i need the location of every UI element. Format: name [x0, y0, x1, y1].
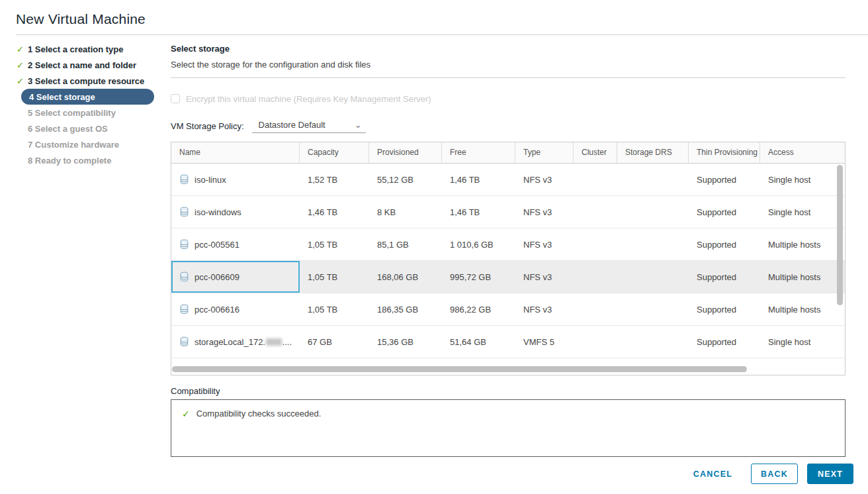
chevron-down-icon: ⌄ [355, 123, 362, 128]
step-check-icon: ✓ [17, 60, 24, 70]
datastore-name-suffix: .... [282, 337, 292, 347]
column-header-thin-provisioning[interactable]: Thin Provisioning [689, 142, 760, 163]
sidebar-step-2[interactable]: ✓2 Select a name and folder [0, 57, 171, 73]
cell-cluster [574, 228, 617, 260]
datastore-row[interactable]: iso-linux1,52 TB55,12 GB1,46 TBNFS v3Sup… [171, 164, 845, 196]
cell-thin-provisioning: Supported [689, 196, 760, 228]
cell-free: 1,46 TB [442, 164, 515, 195]
step-label: 4 Select storage [29, 92, 95, 102]
cell-name[interactable]: pcc-006609 [171, 261, 300, 293]
compatibility-message: Compatibility checks succeeded. [196, 409, 322, 419]
cell-capacity: 1,46 TB [300, 196, 369, 228]
datastore-row[interactable]: pcc-0055611,05 TB85,1 GB1 010,6 GBNFS v3… [171, 228, 845, 261]
datastore-name: iso-linux [195, 175, 226, 185]
cell-cluster [574, 326, 617, 358]
cell-cluster [574, 261, 617, 293]
cell-provisioned: 55,12 GB [369, 164, 442, 195]
cell-thin-provisioning: Supported [689, 326, 760, 358]
cell-cluster [574, 164, 617, 195]
step-heading: Select storage [171, 44, 846, 54]
horizontal-scrollbar[interactable] [172, 366, 836, 373]
cell-provisioned: 8 KB [369, 196, 442, 228]
sidebar-step-8: 8 Ready to complete [0, 152, 171, 168]
page-title: New Virtual Machine [16, 11, 146, 27]
new-vm-wizard-dialog: New Virtual Machine ✓1 Select a creation… [0, 0, 868, 494]
cell-type: VMFS 5 [515, 326, 574, 358]
cell-type: NFS v3 [515, 228, 574, 260]
sidebar-step-5: 5 Select compatibility [0, 105, 171, 121]
cell-storage-drs [617, 228, 689, 260]
datastore-row[interactable]: pcc-0066091,05 TB168,06 GB995,72 GBNFS v… [171, 261, 845, 293]
step-label: 7 Customize hardware [0, 140, 119, 150]
cell-access: Single host [760, 326, 845, 358]
datastore-table: NameCapacityProvisionedFreeTypeClusterSt… [171, 142, 846, 375]
cell-storage-drs [617, 293, 689, 325]
datastore-cylinder-icon [179, 239, 189, 250]
column-header-capacity[interactable]: Capacity [300, 142, 369, 163]
cell-name[interactable]: iso-windows [171, 196, 300, 228]
cell-type: NFS v3 [515, 196, 574, 228]
content-divider [171, 77, 846, 78]
column-header-free[interactable]: Free [442, 142, 515, 163]
cell-provisioned: 186,35 GB [369, 293, 442, 325]
back-button[interactable]: BACK [751, 464, 798, 484]
compatibility-label: Compatibility [171, 386, 846, 396]
cell-free: 986,22 GB [442, 293, 515, 325]
cell-thin-provisioning: Supported [689, 261, 760, 293]
datastore-row[interactable]: iso-windows1,46 TB8 KB1,46 TBNFS v3Suppo… [171, 196, 845, 228]
cell-access: Multiple hosts [760, 261, 845, 293]
step-content: Select storage Select the storage for th… [171, 40, 846, 457]
cell-capacity: 1,05 TB [300, 261, 369, 293]
cell-storage-drs [617, 164, 689, 195]
cancel-button[interactable]: CANCEL [693, 469, 732, 479]
cell-type: NFS v3 [515, 293, 574, 325]
column-header-storage-drs[interactable]: Storage DRS [617, 142, 689, 163]
vertical-scrollbar[interactable] [836, 165, 844, 373]
table-header-row: NameCapacityProvisionedFreeTypeClusterSt… [171, 142, 845, 164]
cell-capacity: 67 GB [300, 326, 369, 358]
cell-free: 1 010,6 GB [442, 228, 515, 260]
title-divider [16, 34, 868, 35]
cell-free: 1,46 TB [442, 196, 515, 228]
column-header-access[interactable]: Access [760, 142, 845, 163]
cell-storage-drs [617, 326, 689, 358]
cell-thin-provisioning: Supported [689, 228, 760, 260]
column-header-type[interactable]: Type [515, 142, 574, 163]
cell-provisioned: 85,1 GB [369, 228, 442, 260]
encrypt-checkbox-row: Encrypt this virtual machine (Requires K… [171, 93, 846, 104]
column-header-cluster[interactable]: Cluster [574, 142, 617, 163]
vertical-scrollbar-thumb[interactable] [837, 165, 843, 305]
vm-storage-policy-select[interactable]: Datastore Default ⌄ [252, 119, 366, 133]
cell-name[interactable]: pcc-006616 [171, 293, 300, 325]
wizard-steps-sidebar: ✓1 Select a creation type✓2 Select a nam… [0, 41, 171, 168]
horizontal-scrollbar-thumb[interactable] [172, 366, 747, 372]
datastore-name: iso-windows [195, 207, 241, 217]
wizard-footer: CANCEL BACK NEXT [693, 464, 853, 484]
sidebar-step-6: 6 Select a guest OS [0, 121, 171, 136]
datastore-name: storageLocal_172. [195, 337, 265, 347]
vm-storage-policy-label: VM Storage Policy: [171, 121, 244, 131]
datastore-row[interactable]: pcc-0066161,05 TB186,35 GB986,22 GBNFS v… [171, 293, 845, 326]
next-button[interactable]: NEXT [807, 464, 853, 484]
step-subheading: Select the storage for the configuration… [171, 60, 846, 70]
cell-capacity: 1,52 TB [300, 164, 369, 195]
cell-access: Multiple hosts [760, 293, 845, 325]
cell-name[interactable]: storageLocal_172..... [171, 326, 300, 358]
step-check-icon: ✓ [17, 76, 24, 86]
datastore-row[interactable]: storageLocal_172.....67 GB15,36 GB51,64 … [171, 326, 845, 358]
cell-name[interactable]: iso-linux [171, 164, 300, 195]
step-check-icon: ✓ [17, 44, 24, 54]
cell-thin-provisioning: Supported [689, 293, 760, 325]
column-header-name[interactable]: Name [171, 142, 300, 163]
cell-access: Multiple hosts [760, 228, 845, 260]
cell-provisioned: 168,06 GB [369, 261, 442, 293]
datastore-cylinder-icon [179, 304, 189, 315]
column-header-provisioned[interactable]: Provisioned [369, 142, 442, 163]
datastore-cylinder-icon [179, 207, 189, 217]
cell-name[interactable]: pcc-005561 [171, 228, 300, 260]
sidebar-step-4[interactable]: 4 Select storage [0, 89, 171, 105]
sidebar-step-3[interactable]: ✓3 Select a compute resource [0, 73, 171, 89]
sidebar-step-1[interactable]: ✓1 Select a creation type [0, 41, 171, 57]
success-check-icon: ✓ [182, 409, 190, 419]
datastore-name: pcc-006616 [195, 305, 239, 315]
